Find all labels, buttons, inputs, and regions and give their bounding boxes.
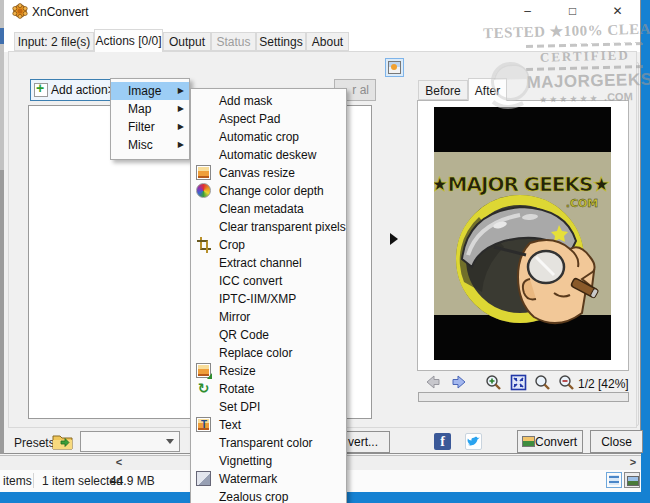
fit-to-window-icon[interactable] bbox=[510, 374, 527, 391]
add-action-menu: Image ▶ Map ▶ Filter ▶ Misc ▶ bbox=[110, 78, 190, 160]
menu-item-change-color-depth[interactable]: Change color depth bbox=[191, 182, 346, 200]
menu-item-aspect-pad[interactable]: Aspect Pad bbox=[191, 110, 346, 128]
menu-item-rotate[interactable]: ↻Rotate bbox=[191, 380, 346, 398]
tab-status: Status bbox=[211, 32, 256, 51]
resize-icon bbox=[196, 363, 211, 378]
menu-item-iptc-iim-xmp[interactable]: IPTC-IIM/XMP bbox=[191, 290, 346, 308]
tab-before[interactable]: Before bbox=[418, 80, 468, 100]
zoom-in-icon[interactable] bbox=[485, 374, 502, 391]
rotate-icon: ↻ bbox=[196, 381, 211, 396]
expand-panel-icon[interactable] bbox=[390, 233, 398, 245]
menu-item-canvas-resize[interactable]: Canvas resize bbox=[191, 164, 346, 182]
color-depth-icon bbox=[196, 183, 211, 198]
menu-item-vignetting[interactable]: Vignetting bbox=[191, 452, 346, 470]
status-size-label: 44.9 MB bbox=[110, 474, 155, 488]
tab-input[interactable]: Input: 2 file(s) bbox=[14, 32, 94, 51]
svg-text:★MAJOR GEEKS★: ★MAJOR GEEKS★ bbox=[434, 172, 609, 196]
menu-item-text[interactable]: Text bbox=[191, 416, 346, 434]
window-title: XnConvert bbox=[32, 5, 89, 19]
menu-item-add-mask[interactable]: Add mask bbox=[191, 92, 346, 110]
tab-settings[interactable]: Settings bbox=[256, 32, 306, 51]
menu-item-replace-color[interactable]: Replace color bbox=[191, 344, 346, 362]
menu-item-clear-transparent-pixels[interactable]: Clear transparent pixels bbox=[191, 218, 346, 236]
menu-item-zealous-crop[interactable]: Zealous crop bbox=[191, 488, 346, 503]
zoom-out-icon[interactable] bbox=[558, 374, 575, 391]
crop-icon bbox=[196, 237, 211, 252]
status-items-label: items bbox=[3, 474, 32, 488]
menu-item-clean-metadata[interactable]: Clean metadata bbox=[191, 200, 346, 218]
menu-item-automatic-deskew[interactable]: Automatic deskew bbox=[191, 146, 346, 164]
preview-scrollbar[interactable] bbox=[418, 392, 629, 402]
presets-folder-icon[interactable] bbox=[52, 432, 74, 451]
menu-item-watermark[interactable]: Watermark bbox=[191, 470, 346, 488]
menu-item-misc[interactable]: Misc ▶ bbox=[111, 136, 189, 154]
desktop: { "window": {"title": "XnConvert", "mini… bbox=[0, 0, 650, 503]
add-action-label: Add action> bbox=[51, 83, 115, 97]
twitter-icon[interactable] bbox=[465, 433, 482, 450]
chevron-down-icon bbox=[166, 439, 174, 444]
add-action-icon bbox=[34, 83, 48, 97]
sun-dot bbox=[391, 64, 397, 70]
convert-button[interactable]: Convert bbox=[517, 430, 583, 453]
svg-text:.COM: .COM bbox=[566, 197, 599, 210]
tab-actions[interactable]: Actions [0/0] bbox=[94, 29, 163, 52]
minimize-button[interactable]: – bbox=[505, 0, 550, 22]
zoom-100-icon[interactable] bbox=[534, 374, 551, 391]
text-icon bbox=[196, 417, 211, 432]
image-submenu: Add mask Aspect Pad Automatic crop Autom… bbox=[190, 88, 347, 503]
submenu-arrow-icon: ▶ bbox=[178, 100, 184, 118]
preview-toggle-button[interactable] bbox=[385, 58, 404, 77]
menu-item-filter[interactable]: Filter ▶ bbox=[111, 118, 189, 136]
preset-select[interactable] bbox=[80, 431, 180, 452]
menu-item-mirror[interactable]: Mirror bbox=[191, 308, 346, 326]
submenu-arrow-icon: ▶ bbox=[178, 136, 184, 154]
thumbnail-view-icon[interactable] bbox=[624, 472, 640, 488]
watermark-icon bbox=[196, 471, 211, 486]
scroll-left-arrow[interactable]: < bbox=[112, 455, 126, 469]
maximize-button[interactable]: □ bbox=[550, 0, 595, 22]
menu-item-qr-code[interactable]: QR Code bbox=[191, 326, 346, 344]
menu-item-map[interactable]: Map ▶ bbox=[111, 100, 189, 118]
tab-about[interactable]: About bbox=[306, 32, 349, 51]
submenu-arrow-icon: ▶ bbox=[178, 82, 184, 100]
menu-item-automatic-crop[interactable]: Automatic crop bbox=[191, 128, 346, 146]
next-image-icon[interactable] bbox=[451, 374, 467, 390]
facebook-icon[interactable]: f bbox=[434, 433, 451, 450]
status-separator bbox=[33, 473, 34, 488]
preview-pager-label: 1/2 [42%] bbox=[578, 377, 629, 391]
close-button[interactable]: Close bbox=[590, 430, 643, 453]
convert-button-label: Convert bbox=[535, 435, 577, 449]
menu-item-icc-convert[interactable]: ICC convert bbox=[191, 272, 346, 290]
menu-item-image[interactable]: Image ▶ bbox=[111, 82, 189, 100]
tab-after[interactable]: After bbox=[468, 78, 507, 101]
add-action-button[interactable]: Add action> bbox=[30, 79, 116, 101]
list-view-icon[interactable] bbox=[606, 472, 622, 488]
submenu-arrow-icon: ▶ bbox=[178, 118, 184, 136]
menu-item-crop[interactable]: Crop bbox=[191, 236, 346, 254]
tab-output[interactable]: Output bbox=[163, 32, 211, 51]
menu-item-resize[interactable]: Resize bbox=[191, 362, 346, 380]
menu-item-set-dpi[interactable]: Set DPI bbox=[191, 398, 346, 416]
close-window-button[interactable]: ✕ bbox=[595, 0, 640, 22]
xnconvert-app-icon bbox=[12, 3, 28, 19]
menu-item-extract-channel[interactable]: Extract channel bbox=[191, 254, 346, 272]
scroll-right-arrow[interactable]: > bbox=[626, 455, 640, 469]
preview-image-majorgeeks-logo: ★MAJOR GEEKS★ .COM bbox=[434, 107, 611, 360]
menu-item-transparent-color[interactable]: Transparent color bbox=[191, 434, 346, 452]
canvas-resize-icon bbox=[196, 165, 211, 180]
convert-button-icon bbox=[522, 436, 535, 447]
previous-image-icon bbox=[425, 374, 441, 390]
